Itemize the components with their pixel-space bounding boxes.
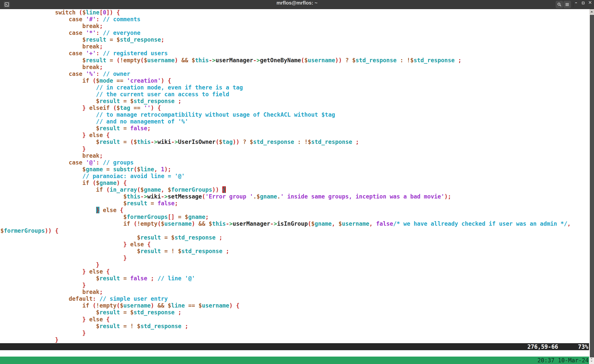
code-line[interactable]: case '+': // registered users xyxy=(0,50,571,57)
code-line[interactable]: $result = ($this->wiki->UserIsOwner($tag… xyxy=(0,139,571,145)
code-line[interactable]: break; xyxy=(0,23,571,29)
code-line[interactable]: } elseif ($tag == '') { xyxy=(0,105,571,111)
code-line[interactable]: $result = false; xyxy=(0,200,571,207)
tmux-clock-date: 20:37 10-Mar-24 xyxy=(538,357,589,364)
vim-statusline: includes/services/AclService.php 276,59-… xyxy=(0,343,589,350)
code-line[interactable]: } else { xyxy=(0,316,571,323)
statusline-scroll-percent: 73% xyxy=(578,343,588,350)
code-line[interactable]: break; xyxy=(0,289,571,295)
code-line[interactable]: } xyxy=(0,336,571,343)
code-line[interactable]: break; xyxy=(0,64,571,71)
code-line[interactable]: case '%': // owner xyxy=(0,71,571,77)
code-line[interactable]: $result = false ; // line '@' xyxy=(0,275,571,282)
code-line[interactable]: } else { xyxy=(0,241,571,248)
code-line[interactable]: case '*': // everyone xyxy=(0,29,571,36)
code-line[interactable]: $formerGroups[] = $gname; xyxy=(0,213,571,220)
code-line[interactable]: break; xyxy=(0,152,571,159)
close-button[interactable]: ✕ xyxy=(587,0,594,9)
code-line[interactable]: case '#': // comments xyxy=(0,16,571,23)
window-title: mrflos@mrflos: ~ xyxy=(0,0,594,9)
minimize-icon: – xyxy=(575,0,577,5)
scrollbar-thumb[interactable] xyxy=(590,15,594,357)
code-line[interactable]: case '@': // groups xyxy=(0,159,571,166)
code-line[interactable]: } xyxy=(0,255,571,261)
close-icon: ✕ xyxy=(588,0,592,5)
code-line[interactable]: // the current user can access to field xyxy=(0,91,571,98)
scrollbar[interactable] xyxy=(589,9,594,364)
code-line[interactable]: } xyxy=(0,261,571,268)
code-line[interactable]: if (!empty($username) && $this->userMana… xyxy=(0,220,571,227)
code-line[interactable]: } xyxy=(0,282,571,289)
code-area[interactable]: switch ($line[0]) { case '#': // comment… xyxy=(0,9,571,343)
maximize-button[interactable] xyxy=(580,0,587,9)
statusline-filename: includes/services/AclService.php xyxy=(14,351,123,357)
code-line[interactable]: $result = $std_response ; xyxy=(0,98,571,105)
code-line[interactable]: $result = false; xyxy=(0,125,571,132)
code-line[interactable]: if (in_array($gname, $formerGroups)) { xyxy=(0,186,571,193)
cursor-block: } xyxy=(96,207,100,213)
code-line[interactable]: $result = ! $std_response ; xyxy=(0,323,571,330)
code-line[interactable]: } else { xyxy=(0,207,571,213)
statusline-ruler: 276,59-66 xyxy=(527,343,558,350)
minimize-button[interactable]: – xyxy=(573,0,580,9)
code-line[interactable]: } else { xyxy=(0,268,571,275)
code-line[interactable]: if ($mode == 'creation') { xyxy=(0,77,571,84)
scroll-stepper-buttons[interactable] xyxy=(590,357,594,364)
code-line[interactable]: // to manage retrocompatibility without … xyxy=(0,111,571,118)
code-line[interactable]: } xyxy=(0,146,571,152)
code-line[interactable]: $this->wiki->setMessage('Error group '.$… xyxy=(0,193,571,200)
code-line[interactable]: break; xyxy=(0,43,571,50)
scroll-step-down-icon xyxy=(590,361,593,362)
code-line[interactable]: $gname = substr($line, 1); xyxy=(0,166,571,173)
code-line[interactable]: // in creation mode, even if there is a … xyxy=(0,84,571,91)
code-line[interactable]: // paranoiac: avoid line = '@' xyxy=(0,173,571,179)
search-button[interactable] xyxy=(556,1,563,8)
code-line[interactable]: } else { xyxy=(0,132,571,139)
scroll-up-icon xyxy=(590,11,593,12)
code-line[interactable]: if (!empty($username) && $line == $usern… xyxy=(0,302,571,309)
scroll-up-button[interactable] xyxy=(590,9,594,14)
code-line[interactable]: $result = $std_response ; xyxy=(0,234,571,241)
code-line[interactable]: switch ($line[0]) { xyxy=(0,9,571,16)
menu-button[interactable] xyxy=(563,1,571,8)
code-line[interactable]: $result = (!empty($username) && $this->u… xyxy=(0,57,571,64)
code-line[interactable]: $result = $std_response ; xyxy=(0,309,571,316)
code-line[interactable]: default: // simple user entry xyxy=(0,295,571,302)
code-line[interactable]: } xyxy=(0,330,571,336)
tmux-status-bar: [pair] 0:bash* 20:37 10-Mar-24 xyxy=(0,357,589,364)
code-line[interactable]: $result = $std_response; xyxy=(0,36,571,43)
titlebar: mrflos@mrflos: ~ – ✕ xyxy=(0,0,594,9)
code-line[interactable]: // and no management of '%' xyxy=(0,118,571,125)
maximize-icon xyxy=(582,0,585,5)
code-line[interactable]: $formerGroups)) { xyxy=(0,227,571,234)
scroll-step-up-icon xyxy=(590,358,593,359)
code-line[interactable]: if ($gname) { xyxy=(0,179,571,186)
terminal-viewport[interactable]: switch ($line[0]) { case '#': // comment… xyxy=(0,9,589,364)
matchparen-highlight: { xyxy=(222,186,226,193)
code-line[interactable]: $result = ! $std_response ; xyxy=(0,248,571,255)
